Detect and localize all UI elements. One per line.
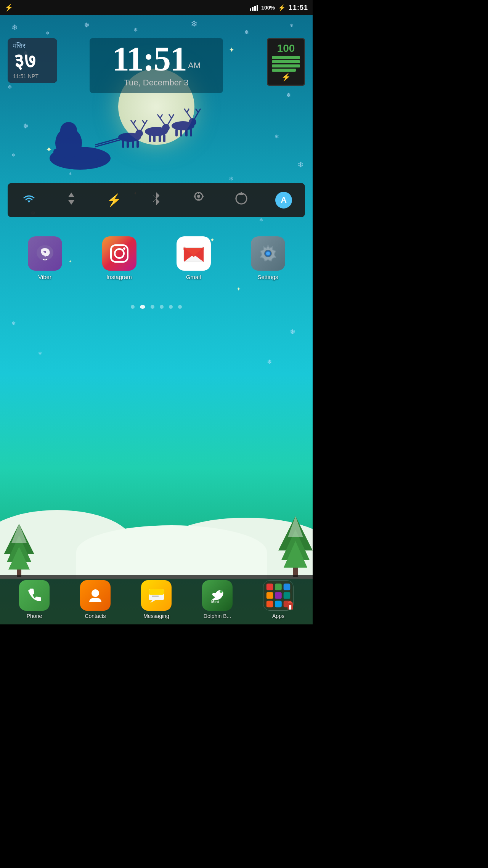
- snowflake: ❄: [133, 27, 138, 33]
- snowflake: ❄: [267, 358, 272, 366]
- svg-point-19: [162, 124, 170, 132]
- svg-line-28: [169, 114, 172, 118]
- phone-label: Phone: [27, 613, 42, 619]
- snowflake: ❄: [244, 29, 249, 36]
- wifi-toggle[interactable]: [12, 187, 46, 213]
- svg-marker-46: [11, 524, 27, 543]
- page-dot-3[interactable]: [160, 305, 164, 309]
- viber-app-icon[interactable]: Viber: [28, 236, 62, 280]
- clock-ampm: AM: [188, 61, 201, 70]
- instagram-app-icon[interactable]: Instagram: [102, 236, 136, 280]
- signal-icon: [250, 5, 258, 11]
- snowflake: ❄: [191, 19, 197, 29]
- svg-rect-87: [266, 584, 273, 590]
- snowflake: ❄: [297, 160, 304, 169]
- snowflake: ❄: [46, 30, 50, 36]
- svg-point-65: [123, 247, 125, 250]
- phone-dock-item[interactable]: Phone: [10, 580, 59, 619]
- svg-line-13: [131, 120, 133, 124]
- settings-icon: [251, 236, 285, 271]
- messaging-dock-item[interactable]: Messaging: [132, 580, 181, 619]
- instagram-label: Instagram: [106, 274, 132, 280]
- clock-date: Tue, December 3: [101, 78, 212, 88]
- svg-rect-94: [275, 601, 282, 608]
- location-icon: [193, 192, 204, 209]
- viber-label: Viber: [38, 274, 51, 280]
- data-transfer-icon: [66, 192, 77, 209]
- bluetooth-icon: [152, 192, 161, 209]
- apps-row: Viber Instagram: [0, 236, 313, 280]
- svg-point-62: [43, 257, 47, 261]
- clock-widget[interactable]: 11:51AM Tue, December 3: [90, 38, 223, 93]
- snowflake: ❄: [84, 21, 90, 29]
- svg-point-78: [92, 589, 99, 597]
- star: ✦: [236, 286, 241, 292]
- apps-dock-item[interactable]: Apps: [254, 580, 303, 619]
- nepali-calendar-widget[interactable]: मंसिर ३७ 11:51 NPT: [8, 38, 57, 83]
- svg-marker-51: [288, 516, 303, 537]
- messaging-label: Messaging: [143, 613, 169, 619]
- battery-percent-label: 100%: [261, 5, 275, 11]
- snowflake: ❄: [290, 23, 294, 28]
- svg-point-3: [60, 122, 77, 139]
- flash-toggle[interactable]: ⚡: [97, 187, 131, 213]
- svg-point-7: [135, 130, 143, 137]
- contacts-icon: [80, 580, 111, 611]
- page-dot-5[interactable]: [178, 305, 182, 309]
- snowflake: ❄: [23, 122, 29, 130]
- dock: Phone Contacts Messaging: [0, 575, 313, 624]
- settings-label: Settings: [257, 274, 278, 280]
- svg-rect-11: [136, 140, 139, 148]
- contacts-dock-item[interactable]: Contacts: [71, 580, 120, 619]
- svg-rect-32: [175, 129, 178, 136]
- santa-silhouette: [30, 99, 221, 175]
- svg-marker-53: [68, 200, 74, 205]
- gmail-app-icon[interactable]: Gmail: [177, 236, 211, 280]
- battery-percent: 100: [272, 42, 300, 55]
- apps-label: Apps: [272, 613, 284, 619]
- nepali-day: ३७: [13, 50, 52, 72]
- battery-bars: [272, 56, 300, 72]
- auto-toggle[interactable]: A: [266, 187, 301, 213]
- location-toggle[interactable]: [181, 187, 216, 213]
- viber-icon: [28, 236, 62, 271]
- dolphin-icon: Mini: [202, 580, 233, 611]
- tree: [4, 524, 34, 579]
- svg-line-29: [172, 114, 174, 118]
- svg-rect-91: [275, 592, 282, 599]
- svg-rect-21: [153, 135, 156, 142]
- page-dot-4[interactable]: [169, 305, 173, 309]
- svg-line-12: [133, 124, 138, 130]
- rotation-toggle[interactable]: [224, 187, 258, 213]
- svg-rect-23: [163, 135, 165, 142]
- svg-line-36: [187, 112, 191, 119]
- svg-line-37: [184, 109, 187, 112]
- phone-icon: [19, 580, 50, 611]
- svg-line-38: [187, 109, 189, 112]
- settings-app-icon[interactable]: Settings: [251, 236, 285, 280]
- battery-widget[interactable]: 100 ⚡: [267, 38, 305, 86]
- snowflake: ❄: [259, 217, 263, 223]
- page-dot-1[interactable]: [140, 305, 145, 309]
- dolphin-dock-item[interactable]: Mini Dolphin B...: [193, 580, 242, 619]
- data-toggle[interactable]: [54, 187, 88, 213]
- battery-lightning-icon: ⚡: [272, 72, 300, 82]
- snowflake: ❄: [38, 351, 42, 356]
- svg-line-15: [141, 124, 145, 130]
- svg-line-25: [157, 114, 160, 118]
- svg-point-55: [197, 195, 200, 198]
- bluetooth-toggle[interactable]: [139, 187, 173, 213]
- svg-line-14: [133, 120, 136, 124]
- svg-line-26: [160, 114, 162, 118]
- svg-line-40: [196, 109, 198, 112]
- svg-point-77: [266, 252, 270, 255]
- page-dot-2[interactable]: [151, 305, 154, 309]
- svg-rect-22: [159, 135, 161, 142]
- svg-rect-92: [284, 592, 291, 599]
- svg-line-16: [142, 120, 145, 124]
- page-dot-0[interactable]: [131, 305, 135, 309]
- svg-line-17: [145, 120, 147, 124]
- snowflake: ❄: [274, 133, 279, 140]
- messaging-icon: [141, 580, 172, 611]
- svg-rect-9: [127, 140, 129, 148]
